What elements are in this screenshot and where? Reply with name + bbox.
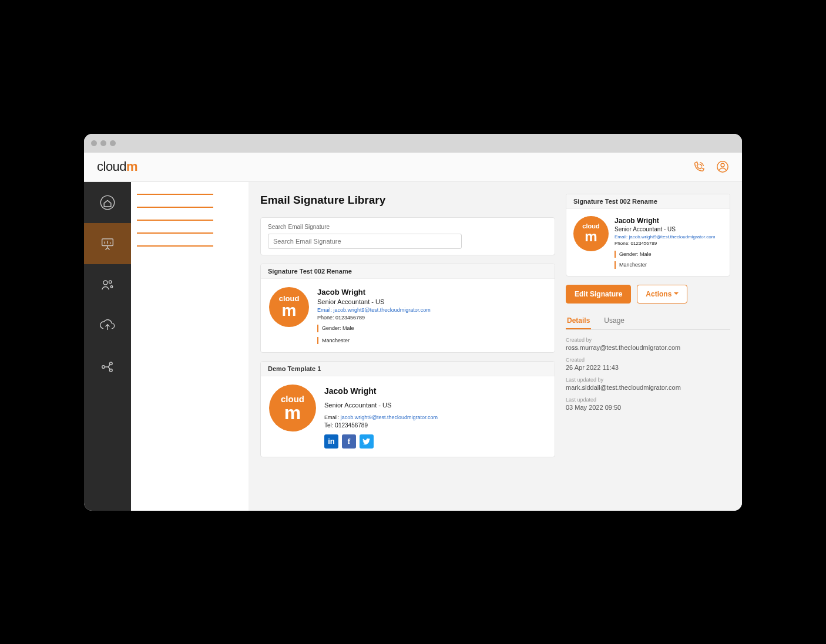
signature-card-title: Demo Template 1 xyxy=(261,362,555,376)
subnav-link-2[interactable] xyxy=(137,207,213,208)
traffic-dot-close[interactable] xyxy=(91,140,97,146)
search-label: Search Email Signature xyxy=(268,224,548,230)
main-panel: Email Signature Library Search Email Sig… xyxy=(249,182,742,511)
subnav xyxy=(131,182,249,511)
meta-updated: 03 May 2022 09:50 xyxy=(566,404,730,411)
svg-point-5 xyxy=(109,281,112,284)
sig-name: Jacob Wright xyxy=(317,287,431,298)
app-logo[interactable]: cloudm xyxy=(97,159,137,174)
meta-updated-by: mark.siddall@test.thecloudmigrator.com xyxy=(566,384,730,391)
sidebar-item-upload[interactable] xyxy=(84,305,131,346)
sig-name: Jacob Wright xyxy=(324,386,438,397)
meta-created-by: ross.murray@test.thecloudmigrator.com xyxy=(566,344,730,351)
traffic-dot-max[interactable] xyxy=(110,140,116,146)
subnav-link-3[interactable] xyxy=(137,220,213,221)
svg-point-6 xyxy=(110,285,113,288)
signature-card[interactable]: Signature Test 002 Rename cloudm Jacob W… xyxy=(260,264,555,353)
topbar: cloudm xyxy=(84,153,742,182)
cloudm-logo-icon: cloudm xyxy=(573,216,609,251)
tab-details[interactable]: Details xyxy=(566,313,591,329)
linkedin-icon[interactable]: in xyxy=(324,434,338,449)
twitter-icon[interactable] xyxy=(360,434,374,449)
signature-card-title: Signature Test 002 Rename xyxy=(261,264,555,279)
traffic-dot-min[interactable] xyxy=(100,140,106,146)
svg-point-2 xyxy=(100,195,114,209)
cloudm-logo-icon: cloudm xyxy=(269,385,316,431)
presentation-icon xyxy=(99,235,116,252)
sig-role: Senior Accountant - US xyxy=(317,298,431,306)
subnav-link-4[interactable] xyxy=(137,232,213,234)
meta-updated-label: Last updated xyxy=(566,397,730,403)
window-titlebar xyxy=(84,134,742,153)
page-title: Email Signature Library xyxy=(260,194,555,207)
search-input[interactable] xyxy=(268,234,462,249)
home-icon xyxy=(99,194,116,211)
preview-title: Signature Test 002 Rename xyxy=(566,194,730,209)
meta-created: 26 Apr 2022 11:43 xyxy=(566,364,730,371)
upload-cloud-icon xyxy=(99,318,116,334)
browser-frame: cloudm xyxy=(84,134,742,511)
phone-icon[interactable] xyxy=(693,160,706,173)
signature-card[interactable]: Demo Template 1 cloudm Jacob Wright Seni… xyxy=(260,361,555,457)
actions-dropdown-button[interactable]: Actions xyxy=(637,285,687,304)
sig-role: Senior Accountant - US xyxy=(324,401,438,410)
preview-card: Signature Test 002 Rename cloudm Jacob W… xyxy=(566,194,730,277)
users-icon xyxy=(99,277,116,293)
meta-created-label: Created xyxy=(566,357,730,363)
subnav-link-1[interactable] xyxy=(137,194,213,195)
meta-created-by-label: Created by xyxy=(566,337,730,343)
sidebar-item-templates[interactable] xyxy=(84,223,131,264)
logo-part1: cloud xyxy=(97,159,126,174)
sidebar-item-home[interactable] xyxy=(84,182,131,223)
user-icon[interactable] xyxy=(716,160,729,173)
tab-usage[interactable]: Usage xyxy=(603,313,626,329)
search-block: Search Email Signature xyxy=(260,217,555,255)
sidebar-item-users[interactable] xyxy=(84,264,131,305)
svg-point-7 xyxy=(102,365,105,368)
sidebar xyxy=(84,182,131,511)
meta-updated-by-label: Last updated by xyxy=(566,377,730,383)
facebook-icon[interactable]: f xyxy=(342,434,356,449)
detail-tabs: Details Usage xyxy=(566,313,730,330)
cloudm-logo-icon: cloudm xyxy=(269,287,309,327)
svg-point-1 xyxy=(721,163,724,167)
logo-part2: m xyxy=(126,159,137,174)
edit-signature-button[interactable]: Edit Signature xyxy=(566,285,631,304)
sidebar-item-settings[interactable] xyxy=(84,346,131,387)
subnav-link-5[interactable] xyxy=(137,245,213,247)
svg-point-4 xyxy=(103,281,108,285)
network-icon xyxy=(99,359,116,375)
